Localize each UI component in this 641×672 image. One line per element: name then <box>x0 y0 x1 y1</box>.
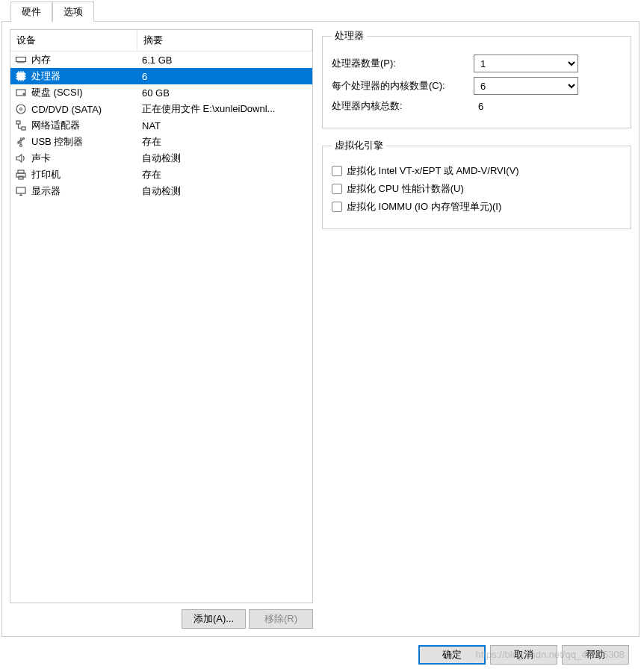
list-row-cddvd[interactable]: CD/DVD (SATA) 正在使用文件 E:\xunleiDownl... <box>10 101 312 117</box>
virtualization-group: 虚拟化引擎 虚拟化 Intel VT-x/EPT 或 AMD-V/RVI(V) … <box>322 139 631 229</box>
device-summary: 6.1 GB <box>137 55 312 66</box>
virt-iommu-label: 虚拟化 IOMMU (IO 内存管理单元)(I) <box>347 200 501 214</box>
list-row-sound[interactable]: 声卡 自动检测 <box>10 150 312 167</box>
virt-iommu-checkbox[interactable] <box>332 202 342 212</box>
add-button[interactable]: 添加(A)... <box>182 609 246 629</box>
header-summary[interactable]: 摘要 <box>137 30 312 51</box>
cd-icon <box>15 103 27 115</box>
cancel-button[interactable]: 取消 <box>490 645 557 665</box>
cores-per-processor-label: 每个处理器的内核数量(C): <box>332 79 474 93</box>
sound-icon <box>15 152 27 164</box>
virt-iommu-row[interactable]: 虚拟化 IOMMU (IO 内存管理单元)(I) <box>332 200 622 214</box>
remove-button: 移除(R) <box>249 609 313 629</box>
device-summary: 存在 <box>137 168 312 181</box>
list-row-printer[interactable]: 打印机 存在 <box>10 167 312 183</box>
device-name: 处理器 <box>31 69 61 83</box>
help-button[interactable]: 帮助 <box>562 645 629 665</box>
tab-hardware-label: 硬件 <box>22 6 41 17</box>
svg-rect-32 <box>18 142 19 143</box>
list-row-display[interactable]: 显示器 自动检测 <box>10 183 312 199</box>
usb-icon <box>15 136 27 148</box>
svg-point-33 <box>23 138 25 140</box>
header-device[interactable]: 设备 <box>10 30 137 51</box>
display-icon <box>15 185 27 197</box>
device-name: 显示器 <box>31 184 61 198</box>
tab-bar: 硬件 选项 <box>0 0 641 22</box>
total-cores-value: 6 <box>474 101 622 112</box>
cores-per-processor-select[interactable]: 6 <box>474 77 578 95</box>
svg-rect-34 <box>18 170 24 173</box>
device-summary: 6 <box>137 71 312 82</box>
device-name: 硬盘 (SCSI) <box>31 86 83 99</box>
device-name: 打印机 <box>31 168 61 181</box>
device-summary: 存在 <box>137 135 312 149</box>
device-summary: 正在使用文件 E:\xunleiDownl... <box>137 102 312 116</box>
processor-count-select[interactable]: 1 <box>474 55 578 72</box>
device-name: 网络适配器 <box>31 119 80 132</box>
dialog-footer: 确定 取消 帮助 <box>418 645 629 665</box>
device-summary: 60 GB <box>137 87 312 99</box>
svg-point-23 <box>20 108 22 111</box>
left-column: 设备 摘要 内存 6.1 GB 处理器 6 <box>10 29 313 629</box>
svg-point-21 <box>23 93 25 95</box>
ok-button[interactable]: 确定 <box>418 645 486 665</box>
virt-vt-checkbox[interactable] <box>332 166 342 176</box>
list-row-usb[interactable]: USB 控制器 存在 <box>10 134 312 150</box>
device-name: 声卡 <box>31 152 51 165</box>
printer-icon <box>15 169 27 181</box>
disk-icon <box>15 87 27 99</box>
cpu-icon <box>15 70 27 82</box>
tab-options-label: 选项 <box>64 6 83 17</box>
device-name: 内存 <box>31 53 51 66</box>
svg-rect-37 <box>16 187 25 193</box>
hardware-tab-panel: 设备 摘要 内存 6.1 GB 处理器 6 <box>1 21 640 637</box>
list-buttons: 添加(A)... 移除(R) <box>10 609 313 629</box>
device-name: USB 控制器 <box>31 135 83 149</box>
svg-rect-0 <box>16 57 26 62</box>
device-summary: NAT <box>137 120 312 131</box>
svg-point-28 <box>20 145 22 147</box>
svg-rect-7 <box>19 75 22 78</box>
total-cores-label: 处理器内核总数: <box>332 99 474 113</box>
device-name: CD/DVD (SATA) <box>31 104 102 115</box>
virt-cpu-label: 虚拟化 CPU 性能计数器(U) <box>347 182 464 196</box>
list-row-memory[interactable]: 内存 6.1 GB <box>10 52 312 68</box>
device-list-body: 内存 6.1 GB 处理器 6 硬盘 (SCSI) 6 <box>10 52 312 199</box>
list-row-processor[interactable]: 处理器 6 <box>10 68 312 84</box>
virtualization-legend: 虚拟化引擎 <box>332 139 386 152</box>
memory-icon <box>15 54 27 66</box>
list-row-network[interactable]: 网络适配器 NAT <box>10 117 312 134</box>
right-column: 处理器 处理器数量(P): 1 每个处理器的内核数量(C): 6 处理器内 <box>322 29 631 629</box>
processor-count-label: 处理器数量(P): <box>332 57 474 70</box>
svg-rect-24 <box>16 121 20 124</box>
network-icon <box>15 119 27 131</box>
tab-options[interactable]: 选项 <box>52 1 94 22</box>
device-list: 设备 摘要 内存 6.1 GB 处理器 6 <box>10 29 313 603</box>
processors-legend: 处理器 <box>332 29 367 43</box>
svg-point-22 <box>16 105 25 113</box>
virt-cpu-checkbox[interactable] <box>332 184 342 194</box>
device-list-header: 设备 摘要 <box>10 30 312 52</box>
processors-group: 处理器 处理器数量(P): 1 每个处理器的内核数量(C): 6 处理器内 <box>322 29 631 128</box>
svg-rect-25 <box>22 127 25 130</box>
device-summary: 自动检测 <box>137 184 312 198</box>
tab-hardware[interactable]: 硬件 <box>10 1 52 22</box>
virt-vt-label: 虚拟化 Intel VT-x/EPT 或 AMD-V/RVI(V) <box>347 164 519 178</box>
list-row-harddisk[interactable]: 硬盘 (SCSI) 60 GB <box>10 84 312 101</box>
device-summary: 自动检测 <box>137 152 312 165</box>
virt-cpu-row[interactable]: 虚拟化 CPU 性能计数器(U) <box>332 182 622 196</box>
virt-vt-row[interactable]: 虚拟化 Intel VT-x/EPT 或 AMD-V/RVI(V) <box>332 164 622 178</box>
